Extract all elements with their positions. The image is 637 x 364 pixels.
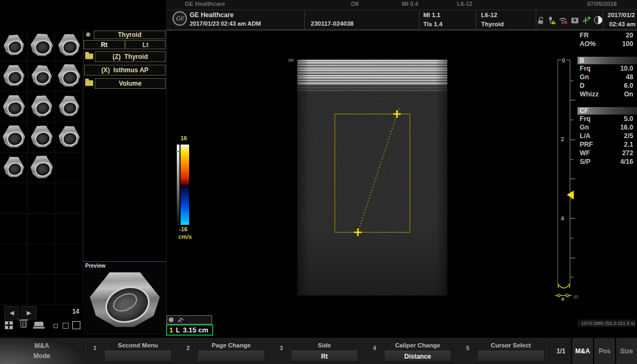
ultrasound-screen: GE Healthcare OIl MI 0.4 L6-12 07/05/201… [0,0,637,364]
empty-cell [55,244,83,275]
ghost-date: 07/05/2018 [587,1,617,7]
system-date: 2017/01/2 [608,12,635,18]
annotation-icon [177,317,184,323]
softkey-button[interactable]: Rt [291,351,357,362]
thumbnail[interactable] [55,92,83,122]
param-row: D6.0 [578,81,637,90]
thumbnail[interactable] [28,31,56,61]
empty-cell [0,244,28,275]
ghost-mi: MI 0.4 [402,1,418,7]
softkey-number: 1 [93,345,96,351]
ultrasound-image[interactable] [297,59,447,295]
softkey-page-indicator: 1/1 [552,338,570,364]
side-rt-button[interactable]: Rt [84,40,125,49]
mode-line-1: M&A [0,342,84,350]
cf-mode-params: Frq5.0Gn16.0L/A2/5PRF2.1WF272S/P4/16 [578,115,637,166]
prev-page-button[interactable]: ◀ [4,306,19,320]
empty-cell [28,244,56,275]
scale-max: 16 [181,135,187,141]
measurement-index: 1 [169,326,173,334]
softkey-button[interactable] [198,351,264,362]
softkey-button[interactable]: Distance [385,351,451,362]
mode-button[interactable]: M&A [571,338,593,364]
side-lt-button[interactable]: Lt [125,40,166,49]
preview-panel[interactable]: Preview [83,261,166,335]
cf-mode-header: CF [578,107,637,115]
delete-icon[interactable] [20,321,27,328]
grid-view-icon[interactable] [5,321,13,329]
next-page-button[interactable]: ▶ [21,306,36,320]
mode-button[interactable]: Size [615,338,637,364]
thumbnail[interactable] [0,61,28,92]
b-mode-params: Frq10.0Gn48D6.0WhizzOn [578,64,637,98]
menu-radio-icon [86,32,91,37]
empty-cell [55,153,83,183]
thumbnail-gallery [0,31,84,305]
thumbnail[interactable] [55,122,83,153]
status-icon-tray [536,10,603,30]
exam-id: 230117-024038 [311,20,354,27]
probe-model: L6-12 [481,12,497,18]
thumb-size-medium-button[interactable] [63,323,69,329]
menu-title: Thyroid [94,31,166,39]
usb-connected-icon [582,16,591,25]
thumbnail[interactable] [28,153,56,183]
mode-line-2: Mode [0,352,84,360]
softkey-button[interactable] [105,351,171,362]
ghost-oil: OIl [351,1,359,7]
menu-item-isthmus-ap[interactable]: (X) Isthmus AP [84,65,166,75]
softkey-number: 4 [373,345,376,351]
preview-image [87,270,163,332]
thumb-size-large-button[interactable] [72,321,80,329]
softkey-number: 5 [466,345,469,351]
param-row: WF272 [578,149,637,157]
caliper-cross-top [393,110,401,118]
empty-cell [0,183,28,214]
thumbnail[interactable] [55,61,83,92]
mi-value: MI 1.1 [423,12,440,18]
thumbnail[interactable] [0,31,28,61]
thumbnail[interactable] [28,61,56,92]
scale-min: -16 [179,226,188,232]
print-icon[interactable] [34,322,43,326]
unlock-icon [537,16,544,25]
param-row: FR20 [578,31,637,40]
param-row: Gn48 [578,73,637,81]
softkey: 5 Cursor Select [458,338,551,364]
thumbnail[interactable] [28,122,56,153]
mode-button[interactable]: Pos [593,338,615,364]
softkey-button[interactable] [478,351,544,362]
softkey-label: Caliper Change [385,342,451,348]
svg-text:4: 4 [561,216,564,222]
param-row: WhizzOn [578,90,637,98]
softkey-number: 2 [186,345,190,351]
scale-unit: cm/s [178,233,192,240]
empty-cell [28,183,56,214]
thumbnail[interactable] [28,92,56,122]
ghost-probe: L6-12 [457,1,473,7]
probe-preset: Thyroid [481,21,504,27]
empty-cell [28,214,56,244]
softkey: 4 Caliper Change Distance [364,338,458,364]
thumbnail[interactable] [0,153,28,183]
thumb-size-small-button[interactable] [54,324,58,328]
system-time: 02:43 am [609,21,635,27]
softkey-label: Page Change [198,342,264,348]
thumbnail[interactable] [0,92,28,122]
thumbnail[interactable] [0,122,28,153]
image-watermark: GE [288,58,294,62]
empty-cell [55,275,83,305]
empty-cell [0,214,28,244]
softkey-label: Side [291,342,357,348]
param-row: L/A2/5 [578,132,637,140]
thumbnail[interactable] [55,31,83,61]
menu-item-thyroid[interactable]: (Z) Thyroid [95,51,166,62]
storage-icon [571,16,579,25]
menu-item-volume[interactable]: Volume [95,78,166,89]
caliper-cross-bottom [354,229,362,236]
folder-icon [85,80,93,86]
current-mode: M&A Mode [0,338,84,364]
softkey: 1 Second Menu [85,338,178,364]
panel-divider [166,31,167,336]
measurement-value: 3.15 cm [183,326,208,334]
